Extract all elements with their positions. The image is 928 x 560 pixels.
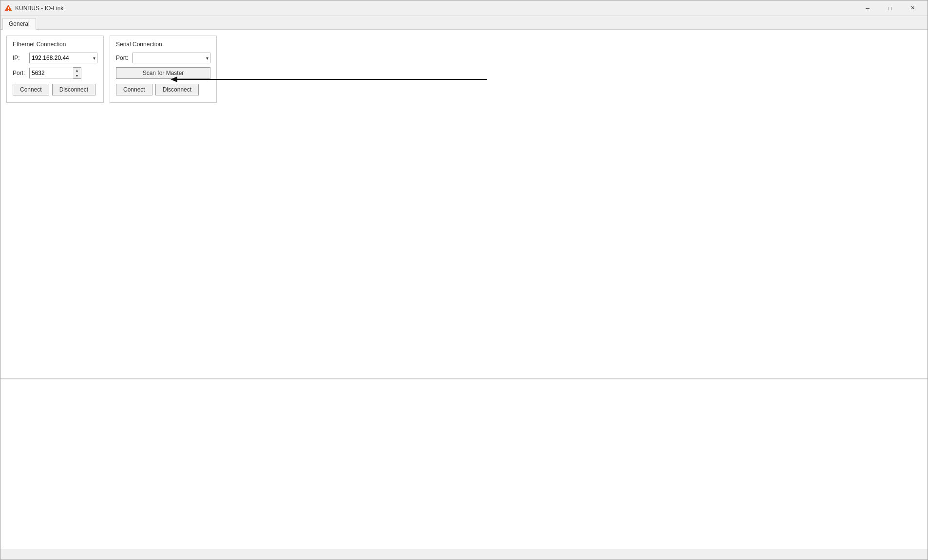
serial-port-field-row: Port: [116,53,210,63]
serial-port-label: Port: [116,55,131,61]
app-icon [4,4,12,12]
close-button[interactable]: ✕ [901,0,924,16]
content-area: Ethernet Connection IP: 192.168.20.44 Po… [0,30,928,378]
ethernet-port-input[interactable] [29,68,73,78]
status-bar [0,549,928,560]
spin-down-button[interactable]: ▼ [73,73,81,78]
spin-up-button[interactable]: ▲ [73,68,81,73]
serial-connect-button[interactable]: Connect [116,84,152,95]
ethernet-group-title: Ethernet Connection [13,41,97,48]
ip-field-row: IP: 192.168.20.44 [13,53,97,63]
serial-connection-group: Serial Connection Port: Scan for Master [110,36,217,103]
ethernet-port-label: Port: [13,70,27,76]
title-bar-left: KUNBUS - IO-Link [4,4,63,12]
port-spin-wrapper: ▲ ▼ [29,67,81,79]
ethernet-connect-button[interactable]: Connect [13,84,49,95]
ip-select-wrapper: 192.168.20.44 [29,53,97,63]
bottom-panel [0,378,928,549]
svg-rect-1 [8,7,9,9]
ethernet-connection-group: Ethernet Connection IP: 192.168.20.44 Po… [6,36,104,103]
port-field-row: Port: ▲ ▼ [13,67,97,79]
spin-buttons: ▲ ▼ [73,67,81,79]
ip-select[interactable]: 192.168.20.44 [29,53,97,63]
svg-rect-2 [8,10,9,11]
serial-btn-row: Connect Disconnect [116,84,210,95]
serial-port-select-wrapper [133,53,210,63]
title-bar-buttons: ─ □ ✕ [856,0,924,16]
window-title: KUNBUS - IO-Link [15,5,63,12]
scan-for-master-button[interactable]: Scan for Master [116,67,210,79]
title-bar: KUNBUS - IO-Link ─ □ ✕ [0,0,928,16]
main-window: KUNBUS - IO-Link ─ □ ✕ General Ethernet … [0,0,928,560]
connections-row: Ethernet Connection IP: 192.168.20.44 Po… [6,36,922,103]
serial-disconnect-button[interactable]: Disconnect [155,84,199,95]
ip-label: IP: [13,55,27,61]
ethernet-btn-row: Connect Disconnect [13,84,97,95]
serial-port-select[interactable] [133,53,210,63]
main-content: Ethernet Connection IP: 192.168.20.44 Po… [0,30,928,549]
tab-general[interactable]: General [2,18,36,30]
menu-bar: General [0,16,928,30]
ethernet-disconnect-button[interactable]: Disconnect [52,84,95,95]
scan-btn-wrapper: Scan for Master [116,67,210,79]
serial-group-title: Serial Connection [116,41,210,48]
minimize-button[interactable]: ─ [856,0,879,16]
restore-button[interactable]: □ [879,0,901,16]
